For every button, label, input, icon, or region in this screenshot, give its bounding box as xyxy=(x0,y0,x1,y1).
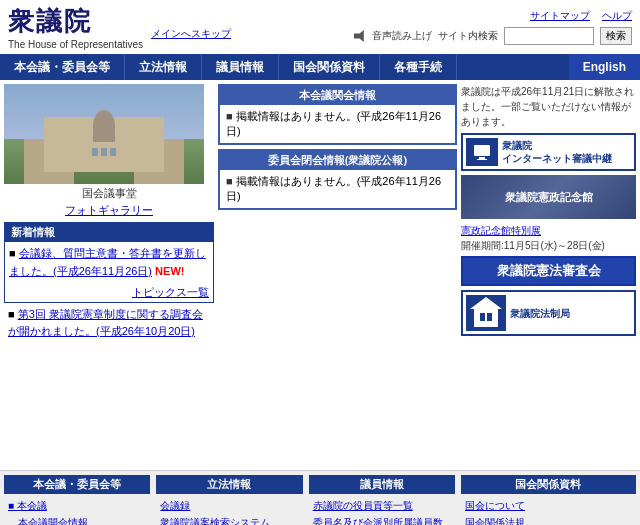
hosei-banner[interactable]: 衆議院法制局 xyxy=(461,290,636,336)
third-item-link[interactable]: 第3回 衆議院憲章制度に関する調査会が開かれました。(平成26年10月20日) xyxy=(8,308,203,337)
bottom-col1-title: 本会議・委員会等 xyxy=(4,475,150,494)
internet-broadcast-banner[interactable]: 衆議院インターネット審議中継 xyxy=(461,133,636,171)
search-button[interactable]: 検索 xyxy=(600,27,632,45)
link-kokkai-houki[interactable]: 国会関係法規 xyxy=(465,514,632,525)
nav-members[interactable]: 議員情報 xyxy=(202,54,279,80)
photo-gallery-link[interactable]: フォトギャラリー xyxy=(4,203,214,218)
svg-rect-5 xyxy=(480,313,485,321)
third-item: ■ 第3回 衆議院憲章制度に関する調査会が開かれました。(平成26年10月20日… xyxy=(4,303,214,342)
hosei-text: 衆議院法制局 xyxy=(510,307,570,320)
top-links: サイトマップ ヘルプ xyxy=(530,9,632,23)
memorial-text: 衆議院憲政記念館 xyxy=(505,190,593,205)
iinkai-content: ■ 掲載情報はありません。(平成26年11月26日) xyxy=(220,170,455,208)
link-kokkai-about[interactable]: 国会について xyxy=(465,497,632,514)
nav-bar: 本会議・委員会等 立法情報 議員情報 国会関係資料 各種手続 English xyxy=(0,54,640,80)
search-area: 音声読み上げ サイト内検索 検索 xyxy=(354,27,632,45)
building-icon xyxy=(466,295,506,331)
logo-en: The House of Representatives xyxy=(8,39,143,50)
svg-rect-3 xyxy=(474,307,498,327)
svg-rect-0 xyxy=(474,145,490,156)
nav-main-session[interactable]: 本会議・委員会等 xyxy=(0,54,125,80)
honkaigi-content: ■ 掲載情報はありません。(平成26年11月26日) xyxy=(220,105,455,143)
bottom-col2-title: 立法情報 xyxy=(156,475,302,494)
kenpo-event: 憲政記念館特別展 開催期間:11月5日(水)～28日(金) xyxy=(461,223,636,253)
broadcast-icon xyxy=(466,138,498,166)
kenpo-shinsa-btn[interactable]: 衆議院憲法審査会 xyxy=(461,256,636,286)
speaker-icon xyxy=(354,30,368,42)
audio-read: 音声読み上げ xyxy=(354,29,432,43)
bottom-col3: 議員情報 赤議院の役員貢等一覧 委員名及び会派別所属議員数 議員一覧 会派別議員… xyxy=(309,475,455,525)
right-bottom-title: 国会関係資料 xyxy=(461,475,636,494)
bottom-col2: 立法情報 会議録 衆議院議案検索システム (国立国会図書館HP) ↗ 議案 法律… xyxy=(156,475,302,525)
bullet-honkaigi: ■ xyxy=(226,110,236,122)
topics-link[interactable]: トピックス一覧 xyxy=(9,285,209,300)
new-info-content: ■ 会議録、質問主意書・答弁書を更新しました。(平成26年11月26日) NEW… xyxy=(5,242,213,283)
link-honkaigi-info[interactable]: 本会議開会情報 xyxy=(8,514,146,525)
new-info-title: 新着情報 xyxy=(5,223,213,242)
link-gijiroku[interactable]: 会議録 xyxy=(160,497,298,514)
bottom-col1-content: ■ 本会議 本会議開会情報 ■ 委員会等 委員会名簿 委員会ニュース 憲法審査会… xyxy=(4,497,150,525)
building-caption: 国会議事堂 xyxy=(4,186,214,201)
nav-english[interactable]: English xyxy=(569,54,640,80)
right-bottom: 国会関係資料 国会について 国会関係法規 国会会期一覧 歴代議長・副議長一覧 衆… xyxy=(461,475,636,525)
logo-area: 衆議院 The House of Representatives xyxy=(8,4,143,50)
nav-legislation[interactable]: 立法情報 xyxy=(125,54,202,80)
right-bottom-content: 国会について 国会関係法規 国会会期一覧 歴代議長・副議長一覧 衆議院の沿革 設… xyxy=(461,497,636,525)
link-gian-search[interactable]: 衆議院議案検索システム xyxy=(160,514,298,525)
header: 衆議院 The House of Representatives メインへスキッ… xyxy=(0,0,640,54)
bullet-iinkai: ■ xyxy=(226,175,236,187)
tv-icon xyxy=(472,142,492,162)
bullet-icon2: ■ xyxy=(8,308,18,320)
bottom-nav: 本会議・委員会等 ■ 本会議 本会議開会情報 ■ 委員会等 委員会名簿 委員会ニ… xyxy=(0,470,640,525)
search-input[interactable] xyxy=(504,27,594,45)
building-image xyxy=(4,84,204,184)
svg-rect-1 xyxy=(479,157,485,159)
nav-procedures[interactable]: 各種手続 xyxy=(380,54,457,80)
bullet-icon: ■ xyxy=(9,247,19,259)
memorial-banner[interactable]: 衆議院憲政記念館 xyxy=(461,175,636,219)
kenpo-event-link[interactable]: 憲政記念館特別展 xyxy=(461,225,541,236)
honkaigi-box: 本会議関会情報 ■ 掲載情報はありません。(平成26年11月26日) xyxy=(218,84,457,145)
honkaigi-title: 本会議関会情報 xyxy=(220,86,455,105)
bottom-col3-title: 議員情報 xyxy=(309,475,455,494)
bottom-col3-content: 赤議院の役員貢等一覧 委員名及び会派別所属議員数 議員一覧 会派別議員一覧 衆議… xyxy=(309,497,455,525)
link-yakuin[interactable]: 赤議院の役員貢等一覧 xyxy=(313,497,451,514)
svg-rect-6 xyxy=(487,313,492,321)
svg-marker-4 xyxy=(470,297,502,309)
bottom-col1: 本会議・委員会等 ■ 本会議 本会議開会情報 ■ 委員会等 委員会名簿 委員会ニ… xyxy=(4,475,150,525)
logo-kanji: 衆議院 xyxy=(8,4,143,39)
new-info-section: 新着情報 ■ 会議録、質問主意書・答弁書を更新しました。(平成26年11月26日… xyxy=(4,222,214,303)
sitemap-link[interactable]: サイトマップ xyxy=(530,9,590,23)
new-badge: NEW! xyxy=(155,265,184,277)
header-left: 衆議院 The House of Representatives メインへスキッ… xyxy=(8,4,231,50)
iinkai-title: 委員会閉会情報(衆議院公報) xyxy=(220,151,455,170)
help-link[interactable]: ヘルプ xyxy=(602,9,632,23)
skip-link[interactable]: メインへスキップ xyxy=(151,27,231,41)
hosei-icon xyxy=(466,295,506,331)
main-content: 国会議事堂 フォトギャラリー 新着情報 ■ 会議録、質問主意書・答弁書を更新しま… xyxy=(0,80,640,470)
link-kainha-suu[interactable]: 委員名及び会派別所属議員数 xyxy=(313,514,451,525)
svg-rect-2 xyxy=(477,159,487,160)
right-notice: 衆議院は平成26年11月21日に解散されました。一部ご覧いただけない情報がありま… xyxy=(461,84,636,129)
site-search-label: サイト内検索 xyxy=(438,29,498,43)
header-right: サイトマップ ヘルプ 音声読み上げ サイト内検索 検索 xyxy=(354,9,632,45)
nav-diet-resources[interactable]: 国会関係資料 xyxy=(279,54,380,80)
iinkai-box: 委員会閉会情報(衆議院公報) ■ 掲載情報はありません。(平成26年11月26日… xyxy=(218,149,457,210)
link-honkaigi[interactable]: ■ 本会議 xyxy=(8,497,146,514)
left-column: 国会議事堂 フォトギャラリー 新着情報 ■ 会議録、質問主意書・答弁書を更新しま… xyxy=(4,84,214,466)
right-column: 衆議院は平成26年11月21日に解散されました。一部ご覧いただけない情報がありま… xyxy=(461,84,636,466)
bottom-col2-content: 会議録 衆議院議案検索システム (国立国会図書館HP) ↗ 議案 法律案等審査説… xyxy=(156,497,302,525)
center-column: 本会議関会情報 ■ 掲載情報はありません。(平成26年11月26日) 委員会閉会… xyxy=(218,84,457,466)
broadcast-text: 衆議院インターネット審議中継 xyxy=(502,139,612,165)
